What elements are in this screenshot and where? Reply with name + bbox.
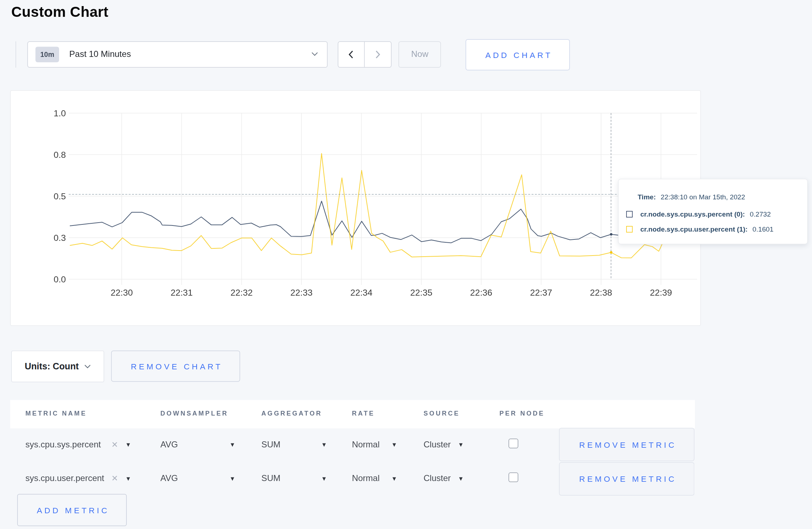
downsampler-dropdown[interactable]: AVG	[160, 462, 178, 495]
svg-text:22:34: 22:34	[350, 288, 372, 297]
col-per-node: PER NODE	[499, 410, 545, 417]
svg-text:22:36: 22:36	[470, 288, 492, 297]
rate-dropdown[interactable]: Normal	[352, 428, 380, 461]
metric-row-1: sys.cpu.sys.percent ✕ ▼ AVG ▼ SUM ▼ Norm…	[10, 428, 695, 461]
svg-text:0.0: 0.0	[54, 275, 66, 284]
units-label: Units: Count	[25, 361, 79, 372]
per-node-checkbox[interactable]	[509, 472, 518, 482]
svg-text:22:39: 22:39	[650, 288, 672, 297]
chart-tooltip: Time:22:38:10 on Mar 15th, 2022 cr.node.…	[618, 179, 808, 244]
metric-name-dropdown[interactable]: sys.cpu.sys.percent	[25, 428, 101, 461]
source-dropdown[interactable]: Cluster	[424, 462, 451, 495]
metric-name-dropdown[interactable]: sys.cpu.user.percent	[25, 462, 104, 495]
sys-series-swatch	[626, 211, 633, 217]
svg-text:22:38: 22:38	[590, 288, 612, 297]
add-metric-button[interactable]: ADD METRIC	[17, 494, 127, 526]
svg-text:0.5: 0.5	[54, 191, 66, 201]
col-source: SOURCE	[424, 410, 460, 417]
remove-x-icon[interactable]: ✕	[111, 462, 118, 495]
metric-row-2: sys.cpu.user.percent ✕ ▼ AVG ▼ SUM ▼ Nor…	[10, 462, 695, 495]
svg-text:22:30: 22:30	[111, 288, 133, 297]
caret-down-icon: ▼	[229, 428, 235, 461]
metrics-table-header: METRIC NAME DOWNSAMPLER AGGREGATOR RATE …	[10, 400, 695, 428]
caret-down-icon: ▼	[321, 462, 327, 495]
tooltip-user-label: cr.node.sys.cpu.user.percent (1):	[640, 225, 748, 233]
caret-down-icon: ▼	[391, 428, 397, 461]
aggregator-dropdown[interactable]: SUM	[261, 428, 280, 461]
svg-text:0.8: 0.8	[54, 150, 66, 160]
caret-down-icon: ▼	[458, 462, 464, 495]
col-downsampler: DOWNSAMPLER	[160, 410, 228, 417]
caret-down-icon: ▼	[391, 462, 397, 495]
source-dropdown[interactable]: Cluster	[424, 428, 451, 461]
svg-text:22:32: 22:32	[231, 288, 253, 297]
tooltip-sys-value: 0.2732	[750, 210, 771, 218]
svg-text:0.3: 0.3	[54, 233, 66, 243]
remove-metric-button[interactable]: REMOVE METRIC	[559, 462, 694, 495]
col-rate: RATE	[352, 410, 375, 417]
remove-chart-button[interactable]: REMOVE CHART	[111, 351, 240, 382]
caret-down-icon: ▼	[458, 428, 464, 461]
tooltip-series-row-user: cr.node.sys.cpu.user.percent (1):0.1601	[626, 224, 807, 234]
caret-down-icon: ▼	[321, 428, 327, 461]
units-chevron-down-icon	[84, 365, 91, 369]
svg-text:22:33: 22:33	[290, 288, 313, 297]
caret-down-icon: ▼	[229, 462, 235, 495]
remove-x-icon[interactable]: ✕	[111, 428, 118, 461]
user-series-swatch	[626, 226, 633, 232]
svg-text:22:31: 22:31	[170, 288, 193, 297]
svg-text:22:37: 22:37	[530, 288, 552, 297]
svg-text:22:35: 22:35	[410, 288, 432, 297]
rate-dropdown[interactable]: Normal	[352, 462, 380, 495]
tooltip-user-value: 0.1601	[753, 225, 774, 233]
per-node-checkbox[interactable]	[509, 439, 518, 448]
tooltip-sys-label: cr.node.sys.cpu.sys.percent (0):	[640, 210, 745, 218]
caret-down-icon: ▼	[125, 428, 131, 461]
aggregator-dropdown[interactable]: SUM	[261, 462, 280, 495]
downsampler-dropdown[interactable]: AVG	[160, 428, 178, 461]
tooltip-time-value: 22:38:10 on Mar 15th, 2022	[661, 193, 745, 201]
units-dropdown[interactable]: Units: Count	[11, 351, 104, 382]
custom-chart-page: Custom Chart 10m Past 10 Minutes Now ADD…	[0, 0, 812, 529]
tooltip-series-row-sys: cr.node.sys.cpu.sys.percent (0):0.2732	[626, 209, 807, 219]
col-metric-name: METRIC NAME	[25, 410, 87, 417]
tooltip-time-label: Time:	[638, 193, 656, 201]
remove-metric-button[interactable]: REMOVE METRIC	[559, 428, 694, 461]
col-aggregator: AGGREGATOR	[261, 410, 322, 417]
caret-down-icon: ▼	[125, 462, 131, 495]
svg-text:1.0: 1.0	[54, 108, 66, 118]
tooltip-time-row: Time:22:38:10 on Mar 15th, 2022	[638, 192, 807, 202]
